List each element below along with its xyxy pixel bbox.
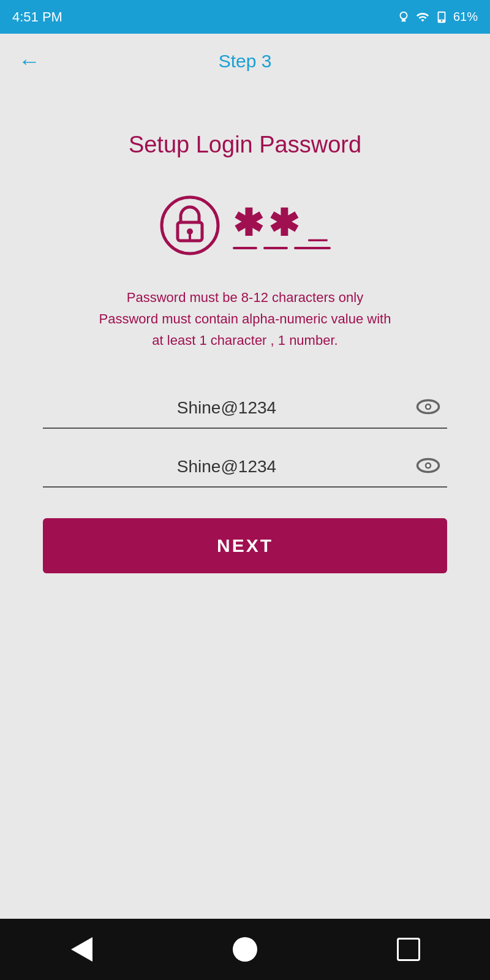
confirm-password-input[interactable] <box>43 447 447 486</box>
lock-area: ✱✱ _ <box>159 195 331 256</box>
svg-point-9 <box>426 464 429 467</box>
back-button[interactable]: ← <box>18 48 40 74</box>
password-display: ✱✱ _ <box>233 202 331 249</box>
recents-nav-icon <box>397 938 420 961</box>
bottom-nav <box>0 919 490 980</box>
main-content: Setup Login Password ✱✱ _ Password must … <box>0 89 490 919</box>
wifi-icon <box>415 10 430 24</box>
status-time: 4:51 PM <box>12 9 62 25</box>
signal-icon <box>435 10 448 24</box>
home-nav-icon <box>233 937 257 962</box>
status-bar: 4:51 PM 61% <box>0 0 490 34</box>
asterisk-row: ✱✱ _ <box>233 202 331 244</box>
line1 <box>233 247 257 249</box>
line3 <box>294 247 331 249</box>
alarm-icon <box>397 10 410 24</box>
line2 <box>263 247 288 249</box>
password-input[interactable] <box>43 388 447 428</box>
confirm-password-field-container <box>43 447 447 488</box>
home-nav-button[interactable] <box>230 934 260 965</box>
back-nav-button[interactable] <box>66 934 97 965</box>
toggle-visibility-icon[interactable] <box>415 394 441 422</box>
next-button[interactable]: NEXT <box>43 518 447 573</box>
step-title: Step 3 <box>219 51 272 72</box>
battery-indicator: 61% <box>453 10 478 24</box>
lock-icon <box>159 195 221 256</box>
toggle-confirm-visibility-icon[interactable] <box>415 453 441 481</box>
line-row <box>233 247 331 249</box>
recents-nav-button[interactable] <box>393 934 424 965</box>
status-icons: 61% <box>397 10 478 24</box>
back-nav-icon <box>71 937 92 962</box>
top-nav: ← Step 3 <box>0 34 490 89</box>
password-field-container <box>43 388 447 429</box>
svg-point-6 <box>426 405 429 408</box>
page-title: Setup Login Password <box>129 132 361 158</box>
password-info: Password must be 8-12 characters only Pa… <box>99 287 391 352</box>
